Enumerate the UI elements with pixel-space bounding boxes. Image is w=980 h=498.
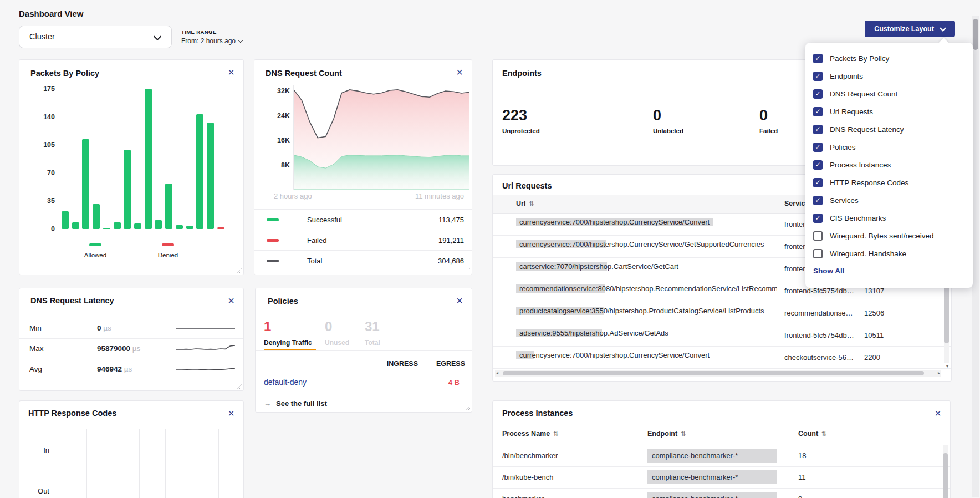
menu-item-label: DNS Request Count: [830, 90, 897, 98]
menu-item-cis-benchmarks[interactable]: ✓CIS Benchmarks: [813, 209, 973, 227]
close-icon[interactable]: ×: [456, 67, 463, 78]
menu-item-endpoints[interactable]: ✓Endpoints: [813, 67, 973, 85]
failed-swatch: [267, 239, 279, 242]
scroll-down-icon[interactable]: ▾: [946, 363, 948, 370]
table-row[interactable]: /bin/kube-benchcompliance-benchmarker-*1…: [493, 466, 950, 488]
url-cell: cartservice:7070/hipstershop.CartService…: [516, 262, 777, 271]
scrollbar-thumb[interactable]: [943, 453, 948, 498]
table-row[interactable]: currencyservice:7000/hipstershop.Currenc…: [493, 347, 951, 369]
value: 0: [97, 324, 101, 332]
scrollbar-thumb[interactable]: [503, 371, 924, 375]
stat-label: Unprotected: [502, 128, 540, 134]
menu-item-process-instances[interactable]: ✓Process Instances: [813, 156, 973, 174]
bar-allowed: [93, 204, 100, 229]
menu-item-policies[interactable]: ✓Policies: [813, 138, 973, 156]
menu-item-dns-request-count[interactable]: ✓DNS Request Count: [813, 85, 973, 103]
time-range-control[interactable]: TIME RANGE From: 2 hours ago: [181, 29, 242, 45]
resize-handle-icon[interactable]: [237, 384, 242, 389]
y-tick: 70: [47, 169, 55, 177]
table-row[interactable]: adservice:9555/hipstershop.AdService/Get…: [493, 324, 951, 347]
egress-value: 4 B: [448, 378, 460, 387]
bar-allowed: [196, 114, 203, 229]
tab-total[interactable]: 31 Total: [365, 319, 380, 347]
view-select[interactable]: Cluster: [19, 26, 172, 48]
resize-handle-icon[interactable]: [466, 406, 470, 410]
tab-label: Unused: [325, 339, 349, 347]
checkbox-checked-icon[interactable]: ✓: [813, 143, 823, 152]
page-scrollbar[interactable]: [972, 16, 979, 497]
sort-icon[interactable]: ⇅: [529, 200, 534, 207]
table-row[interactable]: productcatalogservice:3550/hipstershop.P…: [493, 302, 951, 324]
divider: [256, 373, 472, 373]
policy-link[interactable]: default-deny: [264, 378, 307, 387]
checkbox-unchecked-icon[interactable]: [813, 249, 823, 258]
menu-item-http-response-codes[interactable]: ✓HTTP Response Codes: [813, 174, 973, 191]
sort-icon[interactable]: ⇅: [821, 430, 826, 438]
close-icon[interactable]: ×: [228, 408, 234, 419]
link-label: See the full list: [276, 399, 327, 408]
table-row[interactable]: /bin/benchmarkercompliance-benchmarker-*…: [493, 445, 950, 466]
checkbox-checked-icon[interactable]: ✓: [813, 125, 823, 134]
value: 95879000: [97, 344, 130, 353]
checkbox-checked-icon[interactable]: ✓: [813, 54, 823, 63]
customize-layout-button[interactable]: Customize Layout: [865, 21, 955, 37]
menu-item-label: Policies: [830, 143, 856, 151]
sort-icon[interactable]: ⇅: [681, 430, 686, 438]
count-value: 9: [798, 495, 802, 498]
allowed-swatch: [89, 243, 101, 246]
close-icon[interactable]: ×: [228, 295, 234, 306]
checkbox-checked-icon[interactable]: ✓: [813, 214, 823, 223]
menu-item-services[interactable]: ✓Services: [813, 191, 973, 209]
resize-handle-icon[interactable]: [237, 268, 242, 273]
sparkline: [176, 364, 235, 375]
menu-item-wireguard-bytes-sent-received[interactable]: Wireguard. Bytes sent/received: [813, 227, 973, 245]
menu-item-url-requests[interactable]: ✓Url Requests: [813, 103, 973, 120]
bar-allowed: [145, 89, 152, 229]
stat-label: Failed: [759, 128, 778, 134]
count-value: 10511: [864, 331, 914, 339]
column-label: Count: [798, 430, 818, 438]
column-label: Url: [516, 200, 525, 207]
close-icon[interactable]: ×: [456, 295, 463, 306]
endpoint-cell: compliance-benchmarker-*: [647, 470, 777, 484]
menu-item-packets-by-policy[interactable]: ✓Packets By Policy: [813, 49, 973, 67]
close-icon[interactable]: ×: [935, 408, 941, 419]
menu-item-label: Process Instances: [830, 161, 891, 169]
scroll-right-icon[interactable]: ▸: [938, 370, 940, 377]
latency-row-max: Max 95879000 µs: [19, 338, 243, 359]
vertical-scrollbar[interactable]: [943, 445, 948, 498]
url-value: cartservice:7070/hipstershop.CartService…: [516, 262, 682, 271]
tab-unused[interactable]: 0 Unused: [325, 319, 349, 347]
menu-item-dns-request-latency[interactable]: ✓DNS Request Latency: [813, 120, 973, 138]
tab-denying-traffic[interactable]: 1 Denying Traffic: [264, 319, 312, 347]
show-all-link[interactable]: Show All: [813, 262, 973, 280]
sort-icon[interactable]: ⇅: [553, 430, 558, 438]
url-cell: adservice:9555/hipstershop.AdService/Get…: [516, 329, 777, 337]
stat-value: 0: [653, 107, 683, 124]
checkbox-checked-icon[interactable]: ✓: [813, 89, 823, 99]
unit: µs: [132, 344, 141, 353]
legend-row-failed: Failed 191,211: [254, 230, 472, 251]
page-scrollbar-thumb[interactable]: [973, 19, 978, 50]
url-cell: currencyservice:7000/hipstershop.Currenc…: [516, 351, 777, 359]
checkbox-unchecked-icon[interactable]: [813, 231, 823, 241]
stat-label: Unlabeled: [653, 128, 683, 134]
see-full-list-link[interactable]: →See the full list: [264, 399, 327, 408]
menu-item-wireguard-handshake[interactable]: Wireguard. Handshake: [813, 245, 973, 262]
column-header-egress: EGRESS: [436, 360, 465, 368]
url-value: recommendationservice:8080/hipstershop.R…: [516, 284, 777, 293]
bar-allowed: [134, 223, 141, 229]
horizontal-scrollbar[interactable]: ◂ ▸: [495, 370, 941, 377]
checkbox-checked-icon[interactable]: ✓: [813, 178, 823, 187]
checkbox-checked-icon[interactable]: ✓: [813, 196, 823, 205]
bar-allowed: [186, 226, 193, 229]
checkbox-checked-icon[interactable]: ✓: [813, 107, 823, 116]
table-row[interactable]: benchmarkercompliance-benchmarker-*9: [493, 488, 950, 498]
y-tick: 35: [47, 197, 55, 205]
checkbox-checked-icon[interactable]: ✓: [813, 72, 823, 81]
close-icon[interactable]: ×: [228, 67, 234, 78]
checkbox-checked-icon[interactable]: ✓: [813, 160, 823, 170]
scroll-left-icon[interactable]: ◂: [496, 370, 498, 377]
unit: µs: [103, 324, 111, 332]
latency-row-min: Min 0 µs: [19, 318, 243, 339]
